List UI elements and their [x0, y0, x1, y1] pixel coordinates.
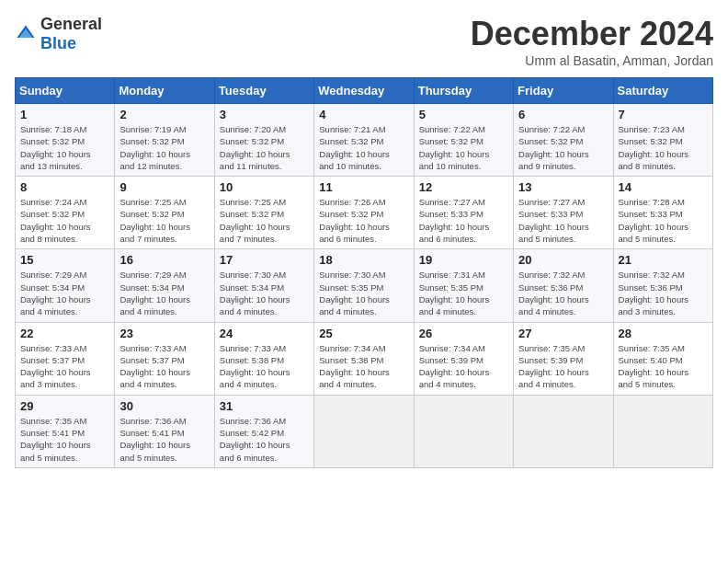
day-info: Sunrise: 7:30 AMSunset: 5:34 PMDaylight:… — [220, 269, 309, 317]
day-info: Sunrise: 7:28 AMSunset: 5:33 PMDaylight:… — [619, 196, 708, 245]
day-info: Sunrise: 7:29 AMSunset: 5:34 PMDaylight:… — [119, 269, 209, 317]
day-number: 24 — [220, 327, 309, 340]
day-info: Sunrise: 7:22 AMSunset: 5:32 PMDaylight:… — [518, 123, 608, 172]
day-info: Sunrise: 7:23 AMSunset: 5:32 PMDaylight:… — [619, 123, 708, 172]
day-number: 30 — [119, 399, 209, 413]
day-number: 17 — [220, 253, 309, 267]
calendar-table: SundayMondayTuesdayWednesdayThursdayFrid… — [15, 77, 713, 468]
day-info: Sunrise: 7:35 AMSunset: 5:39 PMDaylight:… — [518, 342, 608, 391]
day-number: 7 — [619, 108, 708, 121]
calendar-cell: 29Sunrise: 7:35 AMSunset: 5:41 PMDayligh… — [16, 395, 115, 467]
day-info: Sunrise: 7:27 AMSunset: 5:33 PMDaylight:… — [419, 196, 508, 245]
calendar-cell — [514, 395, 613, 467]
day-info: Sunrise: 7:36 AMSunset: 5:42 PMDaylight:… — [220, 415, 309, 464]
day-number: 6 — [518, 108, 608, 121]
day-number: 16 — [119, 253, 209, 267]
day-number: 31 — [220, 399, 309, 413]
day-info: Sunrise: 7:25 AMSunset: 5:32 PMDaylight:… — [119, 196, 209, 245]
day-info: Sunrise: 7:32 AMSunset: 5:36 PMDaylight:… — [518, 269, 608, 317]
title-area: December 2024 Umm al Basatin, Amman, Jor… — [471, 15, 713, 68]
day-number: 22 — [20, 327, 109, 340]
weekday-header-monday: Monday — [115, 78, 214, 104]
calendar-cell: 6Sunrise: 7:22 AMSunset: 5:32 PMDaylight… — [514, 104, 613, 177]
calendar-cell: 22Sunrise: 7:33 AMSunset: 5:37 PMDayligh… — [16, 322, 115, 395]
calendar-cell: 19Sunrise: 7:31 AMSunset: 5:35 PMDayligh… — [414, 249, 513, 322]
weekday-header-thursday: Thursday — [414, 78, 513, 104]
day-info: Sunrise: 7:22 AMSunset: 5:32 PMDaylight:… — [419, 123, 508, 172]
calendar-cell: 8Sunrise: 7:24 AMSunset: 5:32 PMDaylight… — [16, 177, 115, 249]
calendar-cell: 15Sunrise: 7:29 AMSunset: 5:34 PMDayligh… — [16, 249, 115, 322]
calendar-cell — [414, 395, 513, 467]
calendar-week-4: 22Sunrise: 7:33 AMSunset: 5:37 PMDayligh… — [16, 322, 713, 395]
day-number: 21 — [619, 253, 708, 267]
logo-icon — [15, 23, 37, 45]
day-info: Sunrise: 7:30 AMSunset: 5:35 PMDaylight:… — [319, 269, 408, 317]
weekday-header-sunday: Sunday — [16, 78, 115, 104]
calendar-cell: 18Sunrise: 7:30 AMSunset: 5:35 PMDayligh… — [314, 249, 414, 322]
calendar-cell: 4Sunrise: 7:21 AMSunset: 5:32 PMDaylight… — [314, 104, 414, 177]
calendar-week-2: 8Sunrise: 7:24 AMSunset: 5:32 PMDaylight… — [16, 177, 713, 249]
calendar-cell: 13Sunrise: 7:27 AMSunset: 5:33 PMDayligh… — [514, 177, 613, 249]
calendar-cell: 20Sunrise: 7:32 AMSunset: 5:36 PMDayligh… — [514, 249, 613, 322]
calendar-cell: 11Sunrise: 7:26 AMSunset: 5:32 PMDayligh… — [314, 177, 414, 249]
day-info: Sunrise: 7:19 AMSunset: 5:32 PMDaylight:… — [119, 123, 209, 172]
calendar-cell: 17Sunrise: 7:30 AMSunset: 5:34 PMDayligh… — [214, 249, 313, 322]
day-number: 19 — [419, 253, 508, 267]
day-number: 4 — [319, 108, 408, 121]
day-number: 12 — [419, 180, 508, 194]
day-number: 10 — [220, 180, 309, 194]
day-info: Sunrise: 7:31 AMSunset: 5:35 PMDaylight:… — [419, 269, 508, 317]
calendar-body: 1Sunrise: 7:18 AMSunset: 5:32 PMDaylight… — [16, 104, 713, 468]
calendar-cell: 21Sunrise: 7:32 AMSunset: 5:36 PMDayligh… — [613, 249, 712, 322]
day-info: Sunrise: 7:36 AMSunset: 5:41 PMDaylight:… — [119, 415, 209, 464]
day-info: Sunrise: 7:25 AMSunset: 5:32 PMDaylight:… — [220, 196, 309, 245]
calendar-cell: 2Sunrise: 7:19 AMSunset: 5:32 PMDaylight… — [115, 104, 214, 177]
day-info: Sunrise: 7:18 AMSunset: 5:32 PMDaylight:… — [20, 123, 109, 172]
calendar-cell: 14Sunrise: 7:28 AMSunset: 5:33 PMDayligh… — [613, 177, 712, 249]
month-year: December 2024 — [471, 15, 713, 53]
day-info: Sunrise: 7:27 AMSunset: 5:33 PMDaylight:… — [518, 196, 608, 245]
calendar-cell: 12Sunrise: 7:27 AMSunset: 5:33 PMDayligh… — [414, 177, 513, 249]
calendar-cell — [613, 395, 712, 467]
day-number: 13 — [518, 180, 608, 194]
day-number: 5 — [419, 108, 508, 121]
day-number: 20 — [518, 253, 608, 267]
day-info: Sunrise: 7:29 AMSunset: 5:34 PMDaylight:… — [20, 269, 109, 317]
weekday-header-wednesday: Wednesday — [314, 78, 414, 104]
day-number: 27 — [518, 327, 608, 340]
calendar-cell: 23Sunrise: 7:33 AMSunset: 5:37 PMDayligh… — [115, 322, 214, 395]
day-number: 14 — [619, 180, 708, 194]
day-info: Sunrise: 7:34 AMSunset: 5:39 PMDaylight:… — [419, 342, 508, 391]
weekday-header-friday: Friday — [514, 78, 613, 104]
calendar-cell: 27Sunrise: 7:35 AMSunset: 5:39 PMDayligh… — [514, 322, 613, 395]
day-info: Sunrise: 7:33 AMSunset: 5:38 PMDaylight:… — [220, 342, 309, 391]
day-number: 23 — [119, 327, 209, 340]
calendar-cell: 5Sunrise: 7:22 AMSunset: 5:32 PMDaylight… — [414, 104, 513, 177]
logo-general: General — [40, 15, 102, 33]
weekday-header-row: SundayMondayTuesdayWednesdayThursdayFrid… — [16, 78, 713, 104]
day-number: 25 — [319, 327, 408, 340]
day-number: 29 — [20, 399, 109, 413]
day-number: 26 — [419, 327, 508, 340]
calendar-cell — [314, 395, 414, 467]
calendar-cell: 3Sunrise: 7:20 AMSunset: 5:32 PMDaylight… — [214, 104, 313, 177]
day-number: 11 — [319, 180, 408, 194]
day-info: Sunrise: 7:20 AMSunset: 5:32 PMDaylight:… — [220, 123, 309, 172]
day-number: 18 — [319, 253, 408, 267]
day-number: 1 — [20, 108, 109, 121]
location: Umm al Basatin, Amman, Jordan — [471, 53, 713, 68]
day-number: 15 — [20, 253, 109, 267]
day-number: 3 — [220, 108, 309, 121]
calendar-cell: 9Sunrise: 7:25 AMSunset: 5:32 PMDaylight… — [115, 177, 214, 249]
calendar-week-3: 15Sunrise: 7:29 AMSunset: 5:34 PMDayligh… — [16, 249, 713, 322]
day-info: Sunrise: 7:35 AMSunset: 5:40 PMDaylight:… — [619, 342, 708, 391]
calendar-cell: 7Sunrise: 7:23 AMSunset: 5:32 PMDaylight… — [613, 104, 712, 177]
day-info: Sunrise: 7:33 AMSunset: 5:37 PMDaylight:… — [20, 342, 109, 391]
weekday-header-tuesday: Tuesday — [214, 78, 313, 104]
calendar-cell: 28Sunrise: 7:35 AMSunset: 5:40 PMDayligh… — [613, 322, 712, 395]
day-info: Sunrise: 7:32 AMSunset: 5:36 PMDaylight:… — [619, 269, 708, 317]
calendar-cell: 24Sunrise: 7:33 AMSunset: 5:38 PMDayligh… — [214, 322, 313, 395]
day-info: Sunrise: 7:33 AMSunset: 5:37 PMDaylight:… — [119, 342, 209, 391]
day-info: Sunrise: 7:21 AMSunset: 5:32 PMDaylight:… — [319, 123, 408, 172]
day-info: Sunrise: 7:35 AMSunset: 5:41 PMDaylight:… — [20, 415, 109, 464]
